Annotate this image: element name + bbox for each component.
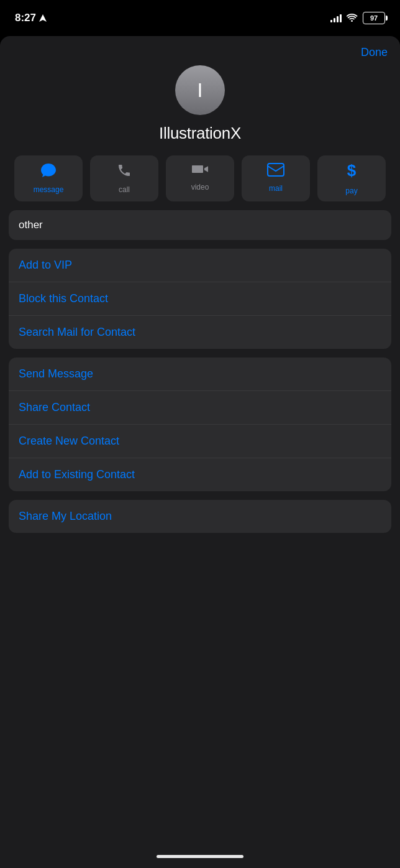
pay-button[interactable]: $ pay <box>317 155 386 201</box>
message-icon <box>40 163 57 182</box>
time-label: 8:27 <box>15 12 36 24</box>
call-button[interactable]: call <box>90 155 158 201</box>
mail-icon <box>267 163 284 180</box>
avatar: I <box>175 65 225 115</box>
menu-group-3: Share My Location <box>9 500 391 533</box>
home-indicator <box>0 847 400 863</box>
avatar-initial: I <box>198 79 203 102</box>
add-existing-label: Add to Existing Contact <box>19 468 135 481</box>
other-label: other <box>19 219 43 231</box>
done-button[interactable]: Done <box>361 46 388 59</box>
video-icon <box>191 163 209 179</box>
menu-groups: Add to VIP Block this Contact Search Mai… <box>0 249 400 533</box>
avatar-section: I IllustrationX <box>0 59 400 155</box>
share-location-label: Share My Location <box>19 510 112 523</box>
status-bar: 8:27 97 <box>0 0 400 34</box>
menu-group-2: Send Message Share Contact Create New Co… <box>9 358 391 491</box>
message-label: message <box>34 185 64 194</box>
location-arrow-icon <box>39 14 47 22</box>
share-contact-item[interactable]: Share Contact <box>9 391 391 425</box>
battery-level: 97 <box>370 14 378 22</box>
search-mail-item[interactable]: Search Mail for Contact <box>9 316 391 349</box>
call-label: call <box>119 185 130 194</box>
contact-name: IllustrationX <box>159 124 241 143</box>
battery-indicator: 97 <box>363 12 385 24</box>
sheet-header: Done <box>0 36 400 59</box>
wifi-icon <box>347 14 358 22</box>
action-buttons-row: message call video <box>0 155 400 201</box>
block-contact-item[interactable]: Block this Contact <box>9 282 391 316</box>
signal-icon <box>330 14 342 22</box>
mail-button[interactable]: mail <box>242 155 310 201</box>
send-message-label: Send Message <box>19 367 93 381</box>
pay-label: pay <box>345 187 357 195</box>
share-contact-label: Share Contact <box>19 401 90 414</box>
send-message-item[interactable]: Send Message <box>9 358 391 391</box>
contact-sheet: Done I IllustrationX message call <box>0 36 400 868</box>
search-mail-label: Search Mail for Contact <box>19 326 135 339</box>
menu-group-1: Add to VIP Block this Contact Search Mai… <box>9 249 391 349</box>
video-button[interactable]: video <box>166 155 234 201</box>
status-right: 97 <box>330 12 385 24</box>
add-vip-label: Add to VIP <box>19 259 72 272</box>
svg-rect-0 <box>268 164 284 176</box>
pay-icon: $ <box>344 163 359 183</box>
message-button[interactable]: message <box>14 155 83 201</box>
create-new-contact-label: Create New Contact <box>19 435 119 448</box>
add-existing-item[interactable]: Add to Existing Contact <box>9 458 391 491</box>
other-row: other <box>9 210 391 240</box>
add-vip-item[interactable]: Add to VIP <box>9 249 391 282</box>
create-new-contact-item[interactable]: Create New Contact <box>9 425 391 458</box>
phone-icon <box>117 163 132 182</box>
video-label: video <box>191 183 209 192</box>
svg-text:$: $ <box>347 163 357 179</box>
status-time: 8:27 <box>15 12 47 24</box>
share-location-item[interactable]: Share My Location <box>9 500 391 533</box>
block-contact-label: Block this Contact <box>19 292 108 305</box>
mail-label: mail <box>269 184 283 193</box>
home-bar <box>157 855 243 858</box>
